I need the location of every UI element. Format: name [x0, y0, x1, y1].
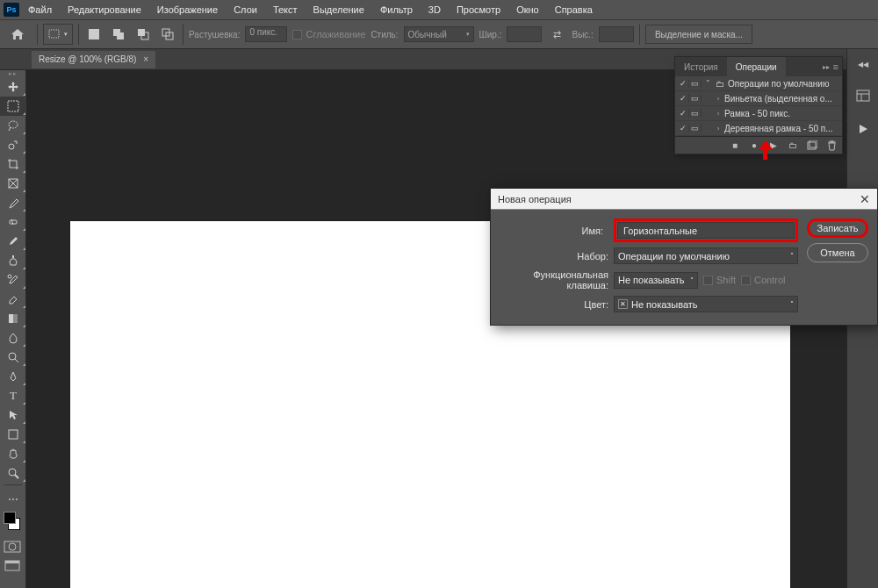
dodge-tool[interactable]: [0, 348, 26, 367]
menu-file[interactable]: Файл: [21, 2, 59, 18]
select-and-mask-button[interactable]: Выделение и маска...: [645, 25, 752, 44]
menu-select[interactable]: Выделение: [306, 2, 371, 18]
color-label: Цвет:: [500, 299, 614, 310]
gradient-tool[interactable]: [0, 309, 26, 328]
annotation-arrow: [759, 140, 772, 160]
selection-intersect-icon[interactable]: [158, 25, 177, 44]
quickmask-toggle[interactable]: [0, 537, 25, 556]
svg-rect-8: [8, 101, 18, 111]
style-label: Стиль:: [371, 30, 398, 39]
name-label: Имя:: [500, 226, 608, 236]
panel-tab-bar: История Операции ▸▸ ≡: [675, 57, 842, 76]
frame-tool[interactable]: [0, 174, 26, 193]
svg-line-24: [15, 475, 18, 478]
menu-3d[interactable]: 3D: [421, 2, 448, 18]
lasso-tool[interactable]: [0, 116, 26, 135]
record-button[interactable]: Записать: [807, 219, 868, 238]
svg-rect-28: [5, 561, 19, 563]
menu-window[interactable]: Окно: [509, 2, 546, 18]
options-bar: ▾ Растушевка: 0 пикс. Сглаживание Стиль:…: [0, 19, 878, 49]
svg-rect-29: [857, 90, 869, 101]
menu-edit[interactable]: Редактирование: [61, 2, 148, 18]
set-select[interactable]: Операции по умолчанию˅: [614, 247, 798, 264]
move-tool[interactable]: [0, 77, 26, 97]
height-input: [599, 26, 634, 42]
menu-bar: Ps Файл Редактирование Изображение Слои …: [0, 0, 878, 19]
dialog-close-icon[interactable]: ✕: [860, 192, 870, 206]
home-icon[interactable]: [4, 23, 32, 46]
edit-toolbar-icon[interactable]: ⋯: [0, 490, 26, 509]
path-select-tool[interactable]: [0, 405, 26, 425]
eraser-tool[interactable]: [0, 290, 26, 309]
tab-actions[interactable]: Операции: [727, 57, 786, 76]
cancel-button[interactable]: Отмена: [807, 243, 868, 262]
menu-image[interactable]: Изображение: [150, 2, 225, 18]
annotation-highlight: [614, 219, 798, 242]
action-set-row[interactable]: ✓▭˅ 🗀 Операции по умолчанию: [675, 76, 842, 91]
antialias-checkbox: Сглаживание: [292, 29, 365, 39]
shift-checkbox: Shift: [703, 275, 736, 285]
selection-subtract-icon[interactable]: [133, 25, 153, 44]
new-action-dialog: Новая операция ✕ Имя: Набор: Операции по…: [490, 188, 878, 326]
folder-icon: 🗀: [714, 79, 726, 89]
menu-layer[interactable]: Слои: [227, 2, 264, 18]
new-set-icon[interactable]: 🗀: [784, 139, 802, 153]
tab-history[interactable]: История: [675, 57, 727, 76]
pen-tool[interactable]: [0, 367, 26, 386]
stop-icon[interactable]: ■: [726, 139, 744, 153]
document-tab-close-icon[interactable]: ×: [143, 54, 148, 64]
menu-text[interactable]: Текст: [266, 2, 305, 18]
dock-play-icon[interactable]: [851, 118, 875, 140]
eyedropper-tool[interactable]: [0, 193, 26, 212]
feather-input[interactable]: 0 пикс.: [245, 26, 287, 42]
screenmode-toggle[interactable]: [0, 556, 25, 576]
toolbar-grip-icon[interactable]: ▸▸: [0, 70, 25, 77]
dialog-title-bar[interactable]: Новая операция ✕: [491, 189, 877, 210]
action-row[interactable]: ✓▭ › Деревянная рамка - 50 п...: [675, 121, 842, 136]
clone-tool[interactable]: [0, 251, 26, 270]
blur-tool[interactable]: [0, 328, 26, 348]
panel-collapse-icon[interactable]: ▸▸: [823, 63, 830, 71]
crop-tool[interactable]: [0, 154, 26, 174]
name-input[interactable]: [617, 222, 795, 239]
foreground-color-swatch[interactable]: [4, 512, 16, 524]
menu-view[interactable]: Просмотр: [450, 2, 507, 18]
new-action-icon[interactable]: [803, 139, 821, 153]
tool-bar: ▸▸ T ⋯: [0, 70, 26, 588]
dock-properties-icon[interactable]: [851, 84, 875, 107]
type-tool[interactable]: T: [0, 386, 26, 405]
svg-point-26: [9, 543, 16, 550]
svg-rect-16: [12, 255, 14, 258]
quick-select-tool[interactable]: [0, 135, 26, 154]
key-label: Функциональная клавиша:: [500, 269, 614, 290]
svg-rect-14: [10, 220, 17, 224]
brush-tool[interactable]: [0, 232, 26, 251]
menu-help[interactable]: Справка: [548, 2, 600, 18]
marquee-tool[interactable]: [0, 97, 26, 116]
svg-point-10: [9, 144, 14, 149]
dock-expand-icon[interactable]: ◀◀: [851, 53, 875, 75]
shape-tool[interactable]: [0, 425, 26, 444]
menu-filter[interactable]: Фильтр: [373, 2, 420, 18]
action-row[interactable]: ✓▭ › Виньетка (выделенная о...: [675, 91, 842, 106]
svg-rect-22: [9, 430, 18, 439]
set-label: Набор:: [500, 251, 614, 262]
color-select[interactable]: ✕ Не показывать ˅: [614, 296, 798, 312]
history-brush-tool[interactable]: [0, 270, 26, 290]
selection-add-icon[interactable]: [109, 25, 128, 44]
swap-dims-icon[interactable]: ⇄: [547, 25, 566, 44]
actions-list: ✓▭˅ 🗀 Операции по умолчанию ✓▭ › Виньетк…: [675, 76, 842, 136]
trash-icon[interactable]: [823, 139, 840, 153]
function-key-select[interactable]: Не показывать˅: [614, 272, 698, 289]
selection-new-icon[interactable]: [84, 25, 104, 44]
style-select[interactable]: Обычный▾: [404, 26, 474, 42]
color-swatches[interactable]: [0, 509, 25, 537]
panel-menu-icon[interactable]: ≡: [833, 61, 838, 72]
zoom-tool[interactable]: [0, 463, 26, 483]
tool-preset-picker[interactable]: ▾: [43, 24, 73, 45]
hand-tool[interactable]: [0, 444, 26, 463]
healing-tool[interactable]: [0, 212, 26, 232]
action-row[interactable]: ✓▭ › Рамка - 50 пикс.: [675, 106, 842, 121]
svg-rect-1: [89, 29, 99, 39]
document-tab[interactable]: Resize @ 100% (RGB/8) ×: [32, 51, 155, 68]
